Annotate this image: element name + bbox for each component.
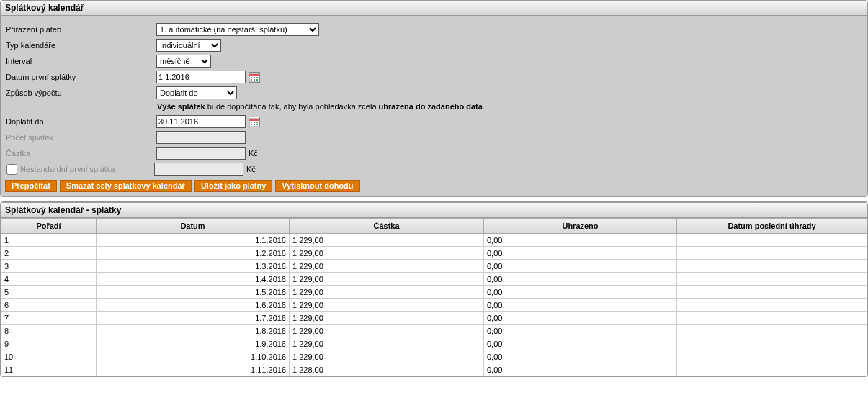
- cell-lastpay: [677, 350, 867, 363]
- print-agreement-button[interactable]: Vytisknout dohodu: [275, 180, 359, 192]
- svg-rect-1: [249, 74, 259, 76]
- pay-by-input[interactable]: [156, 115, 246, 128]
- label-installment-count: Počet splátek: [5, 133, 156, 142]
- svg-rect-15: [256, 124, 258, 125]
- cell-order: 6: [1, 299, 97, 312]
- calc-method-select[interactable]: Doplatit do: [156, 86, 237, 99]
- cell-date: 1.6.2016: [97, 299, 290, 312]
- svg-rect-10: [251, 122, 252, 123]
- panel-body: Přiřazení plateb 1. automatické (na nejs…: [1, 16, 867, 196]
- label-nonstandard-first: Nestandardní první splátka: [20, 165, 154, 173]
- cell-paid: 0,00: [484, 337, 677, 350]
- svg-rect-4: [256, 77, 258, 78]
- cell-order: 10: [1, 350, 97, 363]
- cell-order: 7: [1, 312, 97, 324]
- calendar-icon[interactable]: [249, 117, 260, 127]
- cell-order: 5: [1, 286, 97, 299]
- label-pay-by: Doplatit do: [5, 117, 156, 126]
- cell-amount: 1 229,00: [290, 324, 484, 337]
- svg-rect-9: [249, 119, 259, 121]
- cell-paid: 0,00: [484, 299, 677, 312]
- svg-rect-7: [256, 79, 258, 81]
- svg-rect-12: [256, 122, 258, 123]
- row-pay-by: Doplatit do: [5, 115, 863, 128]
- table-row[interactable]: 101.10.20161 229,000,00: [1, 350, 867, 363]
- cell-lastpay: [677, 234, 867, 247]
- interval-select[interactable]: měsíčně: [156, 55, 211, 68]
- cell-lastpay: [677, 247, 867, 260]
- installments-panel: Splátkový kalendář - splátky Pořadí Datu…: [0, 201, 868, 377]
- calendar-type-select[interactable]: Individuální: [156, 39, 221, 52]
- svg-rect-14: [254, 124, 255, 125]
- cell-amount: 1 228,00: [290, 363, 484, 376]
- cell-order: 3: [1, 260, 97, 273]
- table-row[interactable]: 31.3.20161 229,000,00: [1, 260, 867, 273]
- svg-rect-11: [254, 122, 255, 123]
- cell-paid: 0,00: [484, 350, 677, 363]
- currency-unit: Kč: [249, 149, 258, 158]
- cell-amount: 1 229,00: [290, 260, 484, 273]
- schedule-settings-panel: Splátkový kalendář Přiřazení plateb 1. a…: [0, 0, 868, 197]
- label-calc-method: Způsob výpočtu: [5, 88, 156, 97]
- calc-method-description: Výše splátek bude dopočítána tak, aby by…: [5, 102, 863, 111]
- cell-amount: 1 229,00: [290, 247, 484, 260]
- cell-date: 1.5.2016: [97, 286, 290, 299]
- table-row[interactable]: 61.6.20161 229,000,00: [1, 299, 867, 312]
- cell-order: 1: [1, 234, 97, 247]
- cell-amount: 1 229,00: [290, 350, 484, 363]
- recalculate-button[interactable]: Přepočítat: [5, 180, 57, 192]
- cell-amount: 1 229,00: [290, 337, 484, 350]
- cell-lastpay: [677, 260, 867, 273]
- cell-date: 1.2.2016: [97, 247, 290, 260]
- table-row[interactable]: 41.4.20161 229,000,00: [1, 273, 867, 286]
- label-first-date: Datum první splátky: [5, 73, 156, 81]
- row-interval: Interval měsíčně: [5, 55, 863, 68]
- installments-table: Pořadí Datum Částka Uhrazeno Datum posle…: [1, 218, 867, 376]
- svg-rect-3: [254, 77, 255, 78]
- save-as-valid-button[interactable]: Uložit jako platný: [194, 180, 272, 192]
- cell-order: 11: [1, 363, 97, 376]
- installment-count-input: [156, 131, 246, 144]
- cell-date: 1.9.2016: [97, 337, 290, 350]
- table-row[interactable]: 91.9.20161 229,000,00: [1, 337, 867, 350]
- cell-date: 1.4.2016: [97, 273, 290, 286]
- col-header-date: Datum: [97, 219, 290, 234]
- nonstandard-first-amount-input: [154, 163, 243, 176]
- table-row[interactable]: 81.8.20161 229,000,00: [1, 324, 867, 337]
- delete-schedule-button[interactable]: Smazat celý splátkový kalendář: [60, 180, 192, 192]
- cell-order: 9: [1, 337, 97, 350]
- cell-paid: 0,00: [484, 363, 677, 376]
- cell-order: 4: [1, 273, 97, 286]
- row-first-date: Datum první splátky: [5, 71, 863, 83]
- cell-paid: 0,00: [484, 234, 677, 247]
- first-date-input[interactable]: [156, 71, 246, 83]
- table-row[interactable]: 11.1.20161 229,000,00: [1, 234, 867, 247]
- table-row[interactable]: 51.5.20161 229,000,00: [1, 286, 867, 299]
- row-calc-method: Způsob výpočtu Doplatit do: [5, 86, 863, 99]
- table-row[interactable]: 71.7.20161 229,000,00: [1, 312, 867, 324]
- cell-lastpay: [677, 286, 867, 299]
- cell-date: 1.11.2016: [97, 363, 290, 376]
- installments-title: Splátkový kalendář - splátky: [1, 202, 867, 218]
- col-header-lastpay: Datum poslední úhrady: [677, 219, 867, 234]
- nonstandard-first-checkbox[interactable]: [6, 164, 17, 175]
- calendar-icon[interactable]: [249, 72, 260, 83]
- table-row[interactable]: 111.11.20161 228,000,00: [1, 363, 867, 376]
- col-header-amount: Částka: [290, 219, 484, 234]
- panel-title: Splátkový kalendář: [1, 1, 867, 16]
- cell-amount: 1 229,00: [290, 312, 484, 324]
- table-row[interactable]: 21.2.20161 229,000,00: [1, 247, 867, 260]
- cell-date: 1.10.2016: [97, 350, 290, 363]
- cell-paid: 0,00: [484, 247, 677, 260]
- cell-order: 2: [1, 247, 97, 260]
- cell-lastpay: [677, 324, 867, 337]
- currency-unit: Kč: [246, 165, 256, 173]
- label-calendar-type: Typ kalendáře: [5, 41, 156, 50]
- row-payment-assignment: Přiřazení plateb 1. automatické (na nejs…: [5, 23, 863, 36]
- cell-paid: 0,00: [484, 312, 677, 324]
- cell-lastpay: [677, 337, 867, 350]
- payment-assignment-select[interactable]: 1. automatické (na nejstarší splátku): [156, 23, 319, 36]
- cell-paid: 0,00: [484, 273, 677, 286]
- label-interval: Interval: [5, 57, 156, 65]
- cell-amount: 1 229,00: [290, 273, 484, 286]
